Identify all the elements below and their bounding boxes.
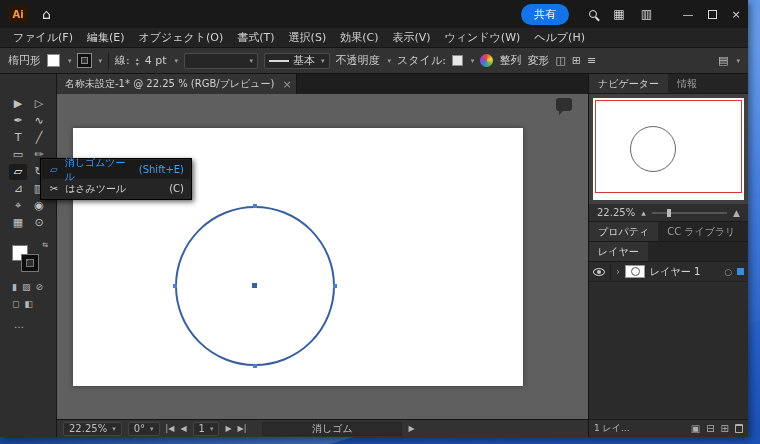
line-segment-tool[interactable]: ╱ [30, 130, 48, 146]
flyout-item-eraser[interactable]: ▱ 消しゴムツール (Shift+E) [42, 160, 190, 179]
stroke-weight-dropdown-icon[interactable]: ▾ [175, 57, 179, 65]
visibility-eye-icon[interactable] [593, 268, 605, 276]
none-button[interactable]: ⊘ [35, 282, 43, 292]
swap-fill-stroke-icon[interactable]: ⇆ [42, 241, 48, 249]
artboard-tool[interactable]: ▦ [9, 215, 27, 231]
navigator-preview[interactable] [593, 98, 744, 200]
menu-help[interactable]: ヘルプ(H) [527, 30, 592, 45]
eraser-tool[interactable]: ▱ [9, 164, 27, 180]
arrange-icon[interactable]: ◫ [555, 54, 565, 67]
layer-thumbnail[interactable] [625, 265, 645, 278]
minimize-button[interactable]: — [676, 0, 700, 28]
document-tab[interactable]: 名称未設定-1* @ 22.25 % (RGB/プレビュー) × [57, 74, 297, 94]
align-label[interactable]: 整列 [499, 53, 521, 68]
dock-list-icon[interactable]: ▤ [718, 54, 728, 67]
workspace-layout-icon[interactable]: ▥ [641, 7, 652, 21]
shape-mode-icon[interactable]: ⊞ [572, 54, 581, 67]
selection-indicator[interactable] [737, 268, 744, 275]
opacity-dropdown-icon[interactable]: ▾ [388, 57, 392, 65]
anchor-point-top[interactable] [253, 204, 257, 208]
draw-inside-button[interactable]: ◧ [24, 299, 33, 309]
style-dropdown-icon[interactable]: ▾ [471, 57, 475, 65]
menu-effect[interactable]: 効果(C) [333, 30, 385, 45]
blend-tool[interactable]: ◉ [30, 198, 48, 214]
pen-tool[interactable]: ✒ [9, 113, 27, 129]
share-button[interactable]: 共有 [521, 4, 569, 25]
make-mask-icon[interactable]: ▣ [691, 423, 700, 434]
menu-view[interactable]: 表示(V) [385, 30, 437, 45]
menu-edit[interactable]: 編集(E) [80, 30, 132, 45]
style-swatch[interactable] [452, 55, 463, 66]
transform-label[interactable]: 変形 [527, 53, 549, 68]
apps-grid-icon[interactable]: ▦ [613, 7, 624, 21]
panel-menu-icon[interactable]: ≡ [587, 54, 596, 67]
tab-cc-libraries[interactable]: CC ライブラリ [658, 222, 744, 241]
direct-selection-tool[interactable]: ▷ [30, 96, 48, 112]
stroke-dropdown-icon[interactable]: ▾ [99, 57, 103, 65]
zoom-select[interactable]: 22.25% ▾ [63, 422, 122, 436]
tab-navigator[interactable]: ナビゲーター [589, 74, 668, 93]
artboard-number-select[interactable]: 1 ▾ [193, 422, 220, 436]
layer-name[interactable]: レイヤー 1 [650, 265, 700, 279]
canvas[interactable] [57, 94, 588, 419]
anchor-point-right[interactable] [333, 284, 337, 288]
opacity-label[interactable]: 不透明度 [336, 53, 380, 68]
selection-tool[interactable]: ▶ [9, 96, 27, 112]
expand-chevron-icon[interactable]: › [616, 266, 620, 277]
new-layer-icon[interactable]: ⊞ [721, 423, 729, 434]
zoom-out-icon[interactable]: ▲ [641, 209, 646, 216]
zoom-in-icon[interactable]: ▲ [733, 208, 740, 218]
menu-select[interactable]: 選択(S) [282, 30, 334, 45]
rectangle-tool[interactable]: ▭ [9, 147, 27, 163]
stroke-weight-value[interactable]: 4 pt [145, 54, 167, 67]
tab-close-icon[interactable]: × [282, 78, 291, 91]
maximize-button[interactable] [700, 0, 724, 28]
tab-properties[interactable]: プロパティ [589, 222, 658, 241]
delete-layer-icon[interactable] [735, 424, 743, 433]
zoom-slider[interactable] [652, 212, 727, 214]
rotation-select[interactable]: 0° ▾ [128, 422, 160, 436]
layer-row[interactable]: › レイヤー 1 ○ [589, 262, 748, 282]
fill-dropdown-icon[interactable]: ▾ [68, 57, 72, 65]
anchor-point-left[interactable] [173, 284, 177, 288]
edit-toolbar-button[interactable]: … [14, 319, 56, 330]
stroke-color-swatch[interactable] [22, 255, 38, 271]
ellipse-center-point[interactable] [252, 283, 257, 288]
stroke-swatch[interactable] [78, 54, 91, 67]
menu-object[interactable]: オブジェクト(O) [132, 30, 231, 45]
draw-normal-button[interactable]: ◻ [12, 299, 19, 309]
eyedropper-tool[interactable]: ⌖ [9, 198, 27, 214]
color-button[interactable]: ▮ [12, 282, 17, 292]
gradient-button[interactable]: ▨ [22, 282, 31, 292]
curvature-tool[interactable]: ∿ [30, 113, 48, 129]
width-profile-select[interactable]: 基本 ▾ [264, 53, 330, 69]
menu-type[interactable]: 書式(T) [230, 30, 281, 45]
next-artboard-icon[interactable]: ▶ [225, 424, 231, 433]
stroke-weight-stepper[interactable]: ▴▾ [136, 56, 139, 66]
first-artboard-icon[interactable]: |◀ [166, 424, 175, 433]
zoom-tool[interactable]: ⊙ [30, 215, 48, 231]
type-tool[interactable]: T [9, 130, 27, 146]
brush-definition-select[interactable]: ▾ [184, 53, 258, 69]
flyout-item-scissors[interactable]: ✂ はさみツール (C) [42, 179, 190, 198]
recolor-artwork-icon[interactable] [480, 54, 493, 67]
dock-dropdown-icon[interactable]: ▾ [736, 57, 740, 65]
home-icon[interactable]: ⌂ [42, 7, 51, 21]
prev-artboard-icon[interactable]: ◀ [180, 424, 186, 433]
last-artboard-icon[interactable]: ▶| [238, 424, 247, 433]
menu-window[interactable]: ウィンドウ(W) [438, 30, 528, 45]
app-logo[interactable]: Ai [8, 5, 28, 23]
new-sublayer-icon[interactable]: ⊟ [706, 423, 714, 434]
tab-info[interactable]: 情報 [668, 74, 706, 93]
navigator-zoom-value[interactable]: 22.25% [597, 207, 635, 218]
target-circle-icon[interactable]: ○ [724, 267, 732, 277]
scale-tool[interactable]: ⊿ [9, 181, 27, 197]
tab-layers[interactable]: レイヤー [589, 242, 648, 261]
anchor-point-bottom[interactable] [253, 364, 257, 368]
menu-file[interactable]: ファイル(F) [6, 30, 80, 45]
status-expand-icon[interactable]: ▶ [408, 424, 414, 433]
search-icon[interactable] [589, 10, 597, 18]
comment-icon[interactable] [556, 98, 572, 111]
zoom-slider-thumb[interactable] [667, 209, 671, 217]
close-button[interactable]: × [724, 0, 748, 28]
